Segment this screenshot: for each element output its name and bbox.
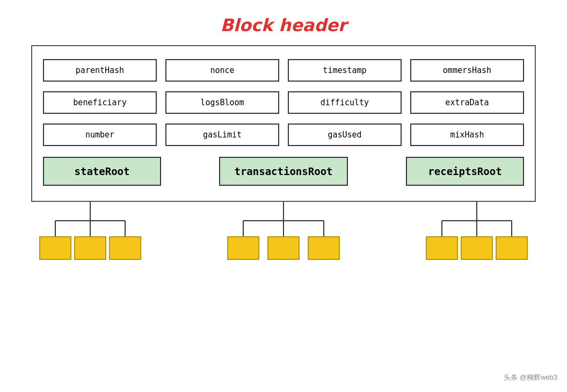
tree-stateRoot: [31, 202, 149, 272]
field-gasLimit: gasLimit: [165, 124, 279, 146]
tree-receiptsRoot: [418, 202, 536, 272]
stateRoot-tree-svg: [31, 202, 149, 272]
svg-rect-15: [308, 237, 339, 259]
svg-rect-23: [496, 237, 527, 259]
field-timestamp: timestamp: [288, 59, 402, 82]
svg-rect-21: [426, 237, 457, 259]
field-nonce: nonce: [165, 59, 279, 82]
svg-rect-5: [40, 237, 71, 259]
trees-section: [31, 202, 536, 272]
field-parentHash: parentHash: [43, 59, 157, 82]
field-mixHash: mixHash: [410, 124, 524, 146]
svg-rect-22: [461, 237, 492, 259]
root-transactionsRoot: transactionsRoot: [219, 157, 348, 186]
svg-rect-13: [228, 237, 259, 259]
field-number: number: [43, 124, 157, 146]
field-extraData: extraData: [410, 91, 524, 114]
fields-grid: parentHash nonce timestamp ommersHash be…: [43, 59, 524, 146]
field-gasUsed: gasUsed: [288, 124, 402, 146]
root-receiptsRoot: receiptsRoot: [406, 157, 524, 186]
root-stateRoot: stateRoot: [43, 157, 161, 186]
field-ommersHash: ommersHash: [410, 59, 524, 82]
svg-rect-14: [268, 237, 299, 259]
svg-rect-7: [110, 237, 141, 259]
watermark: 头条 @糊辉web3: [504, 373, 557, 382]
block-header-box: parentHash nonce timestamp ommersHash be…: [31, 45, 536, 202]
field-logsBloom: logsBloom: [165, 91, 279, 114]
field-difficulty: difficulty: [288, 91, 402, 114]
tree-transactionsRoot: [219, 202, 348, 272]
receiptsRoot-tree-svg: [418, 202, 536, 272]
svg-rect-6: [75, 237, 106, 259]
field-beneficiary: beneficiary: [43, 91, 157, 114]
transactionsRoot-tree-svg: [219, 202, 348, 272]
page-title: Block header: [220, 15, 346, 35]
